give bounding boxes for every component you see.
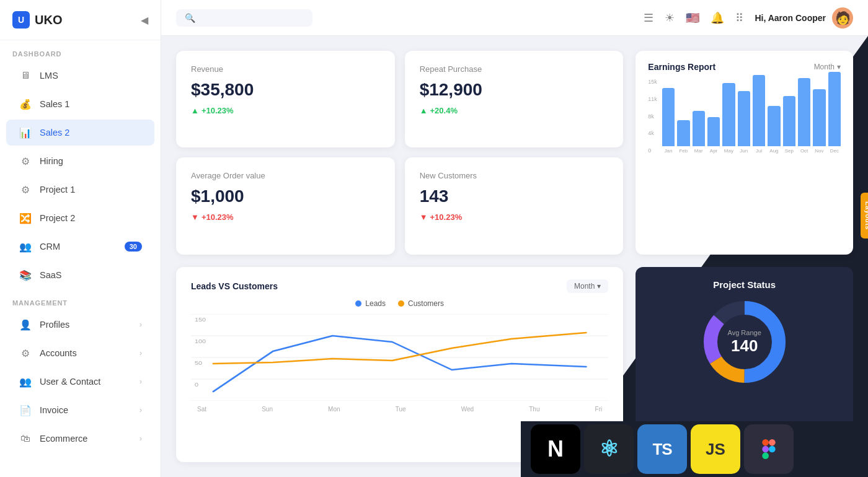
logo: U UKO (12, 11, 62, 28)
arrow-down-icon: ▼ (420, 212, 428, 222)
chevron-right-icon: › (140, 406, 142, 414)
flag-icon[interactable]: 🇺🇸 (686, 11, 699, 25)
apps-icon[interactable]: ⠿ (735, 11, 743, 25)
sidebar-item-project2[interactable]: 🔀 Project 2 (6, 205, 154, 231)
sidebar-item-project1[interactable]: ⚙ Project 1 (6, 177, 154, 203)
sidebar-item-ecommerce[interactable]: 🛍 Ecommerce › (6, 426, 154, 452)
sidebar-item-label: Hiring (40, 156, 63, 166)
tech-icon-typescript[interactable]: TS (637, 424, 687, 474)
bar-group: Feb (677, 120, 689, 154)
chart-title: Leads VS Customers (191, 281, 278, 291)
sidebar-item-label: Project 1 (40, 185, 75, 195)
stat-label: New Customers (420, 171, 609, 180)
stat-value: $1,000 (191, 186, 380, 206)
tech-icon-figma[interactable] (744, 424, 794, 474)
sidebar-logo: U UKO ◀ (0, 0, 161, 40)
sidebar-item-lms[interactable]: 🖥 LMS (6, 63, 154, 89)
user-info[interactable]: Hi, Aaron Cooper 🧑 (755, 7, 853, 28)
x-axis: Sat Sun Mon Tue Wed Thu Fri (191, 406, 608, 413)
sidebar-item-label: CRM (40, 242, 60, 252)
bar-group: May (722, 83, 735, 154)
bar-group: Apr (707, 117, 720, 154)
header: 🔍 ☰ ☀ 🇺🇸 🔔 ⠿ Hi, Aaron Cooper 🧑 (161, 0, 868, 36)
sidebar-item-saas[interactable]: 📚 SaaS (6, 262, 154, 288)
chevron-right-icon: › (140, 349, 142, 357)
stat-change: ▲ +20.4% (420, 106, 609, 115)
content-grid: Revenue $35,800 ▲ +10.23% Repeat Purchas… (161, 36, 868, 477)
svg-point-17 (769, 446, 776, 453)
donut-chart: Avg Range 140 (701, 299, 788, 385)
crm-badge: 30 (125, 242, 142, 252)
sidebar-item-label: Profiles (40, 320, 69, 330)
month-button[interactable]: Month ▾ (567, 279, 608, 293)
sidebar-item-invoice[interactable]: 📄 Invoice › (6, 397, 154, 423)
ecommerce-icon: 🛍 (19, 432, 32, 445)
stat-card-new-customers: New Customers 143 ▼ +10.23% (405, 157, 624, 254)
svg-text:100: 100 (195, 338, 206, 344)
sidebar-item-sales2[interactable]: 📊 Sales 2 (6, 120, 154, 146)
tech-icons-row: N ⚛ TS JS (521, 421, 868, 477)
earnings-report-card: Earnings Report Month ▾ 15k 11k 8k 4k 0 (636, 51, 853, 255)
stat-card-revenue: Revenue $35,800 ▲ +10.23% (176, 51, 395, 147)
chevron-down-icon: ▾ (597, 282, 601, 291)
collapse-sidebar-button[interactable]: ◀ (141, 14, 148, 26)
svg-rect-15 (762, 446, 769, 453)
stat-value: $12,900 (420, 80, 609, 100)
bar-group: Mar (693, 111, 705, 154)
layouts-tab[interactable]: Layouts (861, 193, 868, 239)
stat-cards: Revenue $35,800 ▲ +10.23% Repeat Purchas… (176, 51, 623, 255)
search-box[interactable]: 🔍 (176, 9, 312, 27)
stat-label: Repeat Purchase (420, 64, 609, 74)
chevron-down-icon: ▾ (837, 63, 841, 71)
tech-icon-react[interactable]: ⚛ (584, 424, 634, 474)
stat-value: $35,800 (191, 80, 380, 100)
stat-value: 143 (420, 186, 609, 206)
chevron-right-icon: › (140, 377, 142, 386)
legend-leads: Leads (355, 299, 386, 308)
legend-dot-leads (355, 300, 361, 307)
svg-rect-16 (762, 452, 769, 459)
sidebar-section-dashboard: DASHBOARD (0, 40, 161, 61)
sidebar: U UKO ◀ DASHBOARD 🖥 LMS 💰 Sales 1 📊 Sale… (0, 0, 161, 477)
menu-icon[interactable]: ☰ (644, 11, 653, 25)
earnings-title: Earnings Report (648, 62, 715, 72)
sales2-icon: 📊 (19, 126, 32, 139)
sidebar-item-label: User & Contact (40, 377, 100, 387)
logo-text: UKO (35, 13, 62, 27)
sidebar-item-label: LMS (40, 71, 58, 81)
tech-icon-javascript[interactable]: JS (691, 424, 740, 474)
header-actions: ☰ ☀ 🇺🇸 🔔 ⠿ Hi, Aaron Cooper 🧑 (644, 7, 853, 28)
sidebar-item-profiles[interactable]: 👤 Profiles › (6, 312, 154, 338)
chart-legend: Leads Customers (191, 299, 608, 308)
sidebar-item-sales1[interactable]: 💰 Sales 1 (6, 91, 154, 117)
arrow-down-icon: ▼ (191, 212, 199, 222)
svg-rect-13 (762, 439, 769, 446)
sidebar-item-label: Project 2 (40, 213, 75, 223)
avg-label: Avg Range (728, 328, 761, 336)
bar-group: Jul (753, 75, 765, 154)
saas-icon: 📚 (19, 268, 32, 282)
stat-change: ▲ +10.23% (191, 106, 380, 115)
svg-text:50: 50 (195, 359, 203, 365)
theme-toggle-icon[interactable]: ☀ (665, 11, 675, 25)
sidebar-item-label: Accounts (40, 348, 77, 358)
bar-group: Dec (828, 72, 841, 154)
bar-group: Aug (768, 106, 780, 154)
y-axis: 15k 11k 8k 4k 0 (648, 79, 657, 154)
sidebar-item-user-contact[interactable]: 👥 User & Contact › (6, 369, 154, 395)
sidebar-item-accounts[interactable]: ⚙ Accounts › (6, 340, 154, 366)
stat-card-avg-order: Average Order value $1,000 ▼ +10.23% (176, 157, 395, 254)
sidebar-item-crm[interactable]: 👥 CRM 30 (6, 234, 154, 260)
sales1-icon: 💰 (19, 97, 32, 111)
month-select[interactable]: Month ▾ (814, 63, 841, 71)
sidebar-item-label: SaaS (40, 270, 61, 280)
stat-card-repeat-purchase: Repeat Purchase $12,900 ▲ +20.4% (405, 51, 624, 147)
tech-icon-nextjs[interactable]: N (531, 424, 580, 474)
stat-label: Revenue (191, 64, 380, 74)
sidebar-item-hiring[interactable]: ⚙ Hiring (6, 148, 154, 174)
notification-icon[interactable]: 🔔 (711, 11, 724, 25)
search-icon: 🔍 (185, 13, 195, 23)
bar-group: Jun (738, 91, 750, 154)
stat-change: ▼ +10.23% (191, 212, 380, 222)
user-contact-icon: 👥 (19, 375, 32, 388)
